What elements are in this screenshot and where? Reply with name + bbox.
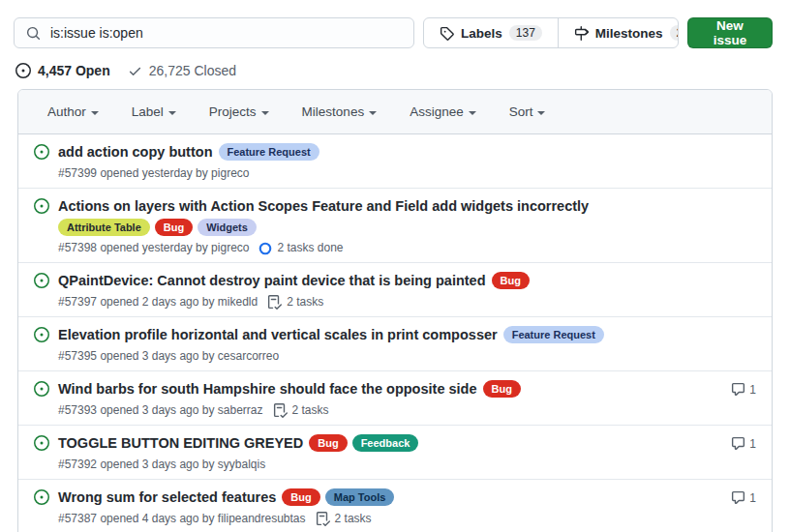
issue-main: Wind barbs for south Hampshire should fa… xyxy=(58,379,723,418)
tasks-text: 2 tasks xyxy=(335,512,372,526)
search-icon xyxy=(26,26,41,41)
filter-assignee-label: Assignee xyxy=(410,104,464,119)
issue-title-link[interactable]: TOGGLE BUTTON EDITING GREYED xyxy=(58,433,303,453)
progress-ring-icon xyxy=(258,242,272,255)
issue-meta-text: #57399 opened yesterday by pigreco xyxy=(58,166,249,181)
issue-labels-inline: Bug xyxy=(492,272,530,289)
check-icon xyxy=(128,64,142,78)
labels-button[interactable]: Labels 137 xyxy=(424,18,558,47)
search-input[interactable] xyxy=(48,24,402,42)
search-box[interactable] xyxy=(14,17,414,48)
chevron-down-icon xyxy=(469,111,476,115)
issue-label-pill[interactable]: Feature Request xyxy=(219,143,319,161)
issue-title-link[interactable]: Wind barbs for south Hampshire should fa… xyxy=(58,379,477,399)
open-issue-icon xyxy=(34,271,49,292)
filter-sort-label: Sort xyxy=(509,104,533,119)
open-issues-tab[interactable]: 4,457 Open xyxy=(15,63,110,78)
open-issue-icon xyxy=(34,325,49,346)
issue-row: Wrong sum for selected features BugMap T… xyxy=(18,480,772,532)
filter-projects[interactable]: Projects xyxy=(209,104,269,119)
comment-icon xyxy=(731,436,745,451)
issue-main: Elevation profile horizontal and vertica… xyxy=(58,325,756,364)
issue-label-pill[interactable]: Feedback xyxy=(352,434,419,452)
filter-assignee[interactable]: Assignee xyxy=(410,104,476,119)
issue-row: TOGGLE BUTTON EDITING GREYED BugFeedback… xyxy=(18,426,772,480)
issue-main: Actions on layers with Action Scopes Fea… xyxy=(58,196,756,255)
new-issue-button[interactable]: New issue xyxy=(687,17,773,48)
open-issue-icon xyxy=(34,433,49,455)
issue-labels-inline: Feature Request xyxy=(503,326,604,343)
tasks-indicator: 2 tasks done xyxy=(258,241,343,255)
checklist-icon xyxy=(273,403,288,418)
issue-meta-text: #57395 opened 3 days ago by cesarcorreo xyxy=(58,349,279,364)
filter-sort[interactable]: Sort xyxy=(509,104,546,119)
closed-issues-tab[interactable]: 26,725 Closed xyxy=(128,63,236,78)
tag-icon xyxy=(440,26,454,41)
chevron-down-icon xyxy=(168,111,176,115)
issue-label-pill[interactable]: Feature Request xyxy=(503,326,604,343)
issue-row: QPaintDevice: Cannot destroy paint devic… xyxy=(18,263,772,317)
issue-title-link[interactable]: Elevation profile horizontal and vertica… xyxy=(58,325,498,344)
filter-bar: Author Label Projects Milestones Assigne… xyxy=(18,90,772,134)
filter-projects-label: Projects xyxy=(209,104,257,119)
issue-state-tabs: 4,457 Open 26,725 Closed xyxy=(15,63,773,78)
issue-meta-text: #57398 opened yesterday by pigreco xyxy=(58,241,249,255)
filter-label-label: Label xyxy=(132,104,164,119)
comment-icon xyxy=(731,490,745,505)
issue-row: add action copy button Feature Request #… xyxy=(18,134,772,189)
comment-count[interactable]: 1 xyxy=(723,488,756,505)
filter-milestones[interactable]: Milestones xyxy=(302,104,378,119)
issue-main: Wrong sum for selected features BugMap T… xyxy=(58,488,723,526)
comment-count[interactable]: 1 xyxy=(723,379,756,397)
issue-labels-inline: BugMap Tools xyxy=(282,488,394,506)
issue-title-link[interactable]: add action copy button xyxy=(58,142,213,162)
tasks-text: 2 tasks xyxy=(292,403,329,418)
milestone-icon xyxy=(574,26,589,41)
tasks-indicator: 2 tasks xyxy=(273,403,329,418)
issue-main: QPaintDevice: Cannot destroy paint devic… xyxy=(58,271,756,310)
tasks-indicator: 2 tasks xyxy=(316,512,372,526)
checklist-icon xyxy=(267,295,282,310)
comment-count-number: 1 xyxy=(749,383,756,397)
labels-button-label: Labels xyxy=(461,26,502,41)
issue-label-pill[interactable]: Widgets xyxy=(198,219,257,236)
checklist-icon xyxy=(316,512,330,526)
open-issue-icon xyxy=(34,142,49,163)
chevron-down-icon xyxy=(369,111,377,115)
issue-label-pill[interactable]: Attribute Table xyxy=(58,219,150,236)
tasks-text: 2 tasks done xyxy=(277,241,343,255)
issue-meta-text: #57393 opened 3 days ago by saberraz xyxy=(58,403,263,418)
issue-title-link[interactable]: Actions on layers with Action Scopes Fea… xyxy=(58,196,589,216)
issue-label-pill[interactable]: Bug xyxy=(282,488,319,506)
tasks-text: 2 tasks xyxy=(287,295,323,310)
issue-labels-inline: Feature Request xyxy=(219,143,319,161)
issue-main: add action copy button Feature Request #… xyxy=(58,142,756,181)
comment-count-number: 1 xyxy=(749,437,756,451)
issue-label-pill[interactable]: Bug xyxy=(309,434,347,452)
issue-meta-text: #57392 opened 3 days ago by syybalqis xyxy=(58,458,265,472)
comment-count[interactable]: 1 xyxy=(723,433,756,451)
filter-label[interactable]: Label xyxy=(132,104,176,119)
issue-labels-below: Attribute TableBugWidgets xyxy=(58,219,756,236)
labels-count-badge: 137 xyxy=(509,25,542,41)
tasks-indicator: 2 tasks xyxy=(267,295,323,310)
issue-opened-icon xyxy=(15,63,31,78)
filter-author[interactable]: Author xyxy=(47,104,99,119)
chevron-down-icon xyxy=(91,111,99,115)
open-issue-icon xyxy=(34,196,49,218)
issue-label-pill[interactable]: Map Tools xyxy=(325,488,395,506)
issue-title-link[interactable]: Wrong sum for selected features xyxy=(58,488,276,507)
issue-title-link[interactable]: QPaintDevice: Cannot destroy paint devic… xyxy=(58,271,486,290)
chevron-down-icon xyxy=(261,111,269,115)
issue-list: add action copy button Feature Request #… xyxy=(18,134,772,532)
issue-main: TOGGLE BUTTON EDITING GREYED BugFeedback… xyxy=(58,433,723,472)
issue-labels-inline: BugFeedback xyxy=(309,434,418,452)
issue-label-pill[interactable]: Bug xyxy=(483,380,521,398)
open-issue-icon xyxy=(34,488,49,509)
milestones-button[interactable]: Milestones 21 xyxy=(558,18,679,47)
issue-label-pill[interactable]: Bug xyxy=(492,272,530,289)
issue-label-pill[interactable]: Bug xyxy=(155,219,193,236)
issue-row: Wind barbs for south Hampshire should fa… xyxy=(18,371,772,426)
issues-toolbar: Labels 137 Milestones 21 New issue xyxy=(14,17,773,48)
issue-meta-text: #57397 opened 2 days ago by mikedld xyxy=(58,295,258,310)
